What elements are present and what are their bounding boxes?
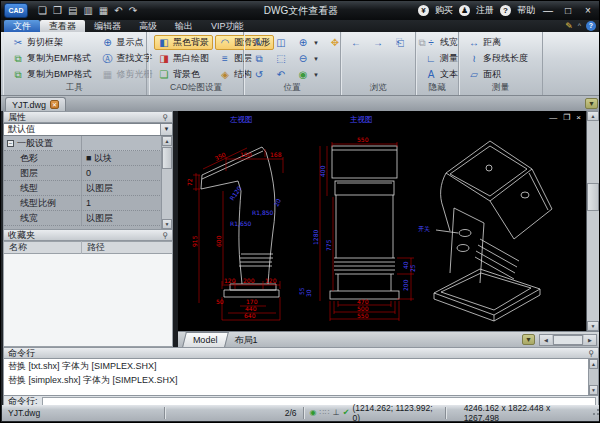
scroll-up-icon[interactable]: ▲ — [162, 136, 172, 146]
ribbon-button-多段线长度[interactable]: ≀多段线长度 — [464, 51, 538, 66]
mdi-minimize-icon[interactable]: — — [549, 113, 557, 122]
ribbon-button-复制为BMP格式[interactable]: ⧉复制为BMP格式 — [8, 67, 96, 82]
grid-icon[interactable]: ∷∷ — [320, 408, 330, 418]
property-row[interactable]: 线宽以图层 — [4, 211, 172, 226]
scroll-up-icon[interactable]: ▲ — [587, 111, 599, 121]
show-points-icon: ⊕ — [102, 37, 114, 48]
print-icon[interactable]: ▦ — [99, 3, 108, 18]
new-file-icon[interactable]: ❏ — [38, 3, 47, 18]
mdi-close-icon[interactable]: × — [576, 113, 581, 122]
property-row[interactable]: 图层0 — [4, 166, 172, 181]
collapse-minus-icon[interactable]: − — [7, 140, 14, 147]
ribbon-button-黑白绘图[interactable]: ◨黑白绘图 — [154, 51, 213, 66]
canvas-horizontal-scrollbar[interactable]: ◀ ▶ — [539, 334, 597, 346]
ribbon-button-复制为EMF格式[interactable]: ⧉复制为EMF格式 — [8, 51, 96, 66]
zoom-window-icon[interactable]: ◫ — [271, 35, 291, 50]
zoom-in-icon[interactable]: ⊕▼ — [293, 35, 323, 50]
menu-tab-输出[interactable]: 输出 — [166, 20, 202, 32]
menu-tab-高级[interactable]: 高级 — [130, 20, 166, 32]
titlebar-right: ¥ 购买 ♟ 注册 ? 帮助 — □ × — [418, 3, 600, 18]
pin-icon[interactable]: ⚲ — [162, 231, 168, 240]
property-row[interactable]: 线型比例1 — [4, 196, 172, 211]
resize-grip[interactable] — [590, 408, 600, 418]
zoom-extents-icon[interactable]: ⬚ — [271, 51, 291, 66]
drawing-canvas[interactable]: 左视图主视图15016835072R12020R1,850R1,65091560… — [178, 111, 599, 331]
draft-check-icon[interactable]: ✔ — [343, 408, 350, 418]
ribbon-button-距离[interactable]: ↔距离 — [464, 35, 538, 50]
scroll-down-icon[interactable]: ▼ — [587, 321, 599, 331]
scroll-thumb[interactable] — [162, 147, 172, 169]
edit-pencil-icon[interactable]: ✎ — [565, 20, 573, 32]
property-preset-dropdown[interactable]: 默认值 ▼ — [3, 123, 173, 136]
ribbon-button-背景色[interactable]: ❏背景色 — [154, 67, 213, 82]
menu-tab-VIP功能[interactable]: VIP功能 — [202, 20, 253, 32]
ribbon-button-文本[interactable]: A文本 — [421, 67, 462, 82]
property-scrollbar[interactable]: ▲ ▼ — [161, 136, 172, 229]
menu-tab-编辑器[interactable]: 编辑器 — [85, 20, 130, 32]
minimize-button[interactable]: — — [541, 3, 555, 18]
cad-logo[interactable]: CAD — [4, 3, 28, 18]
document-tab[interactable]: YJT.dwg ✕ — [5, 97, 66, 111]
scroll-left-icon[interactable]: ◀ — [540, 335, 552, 345]
collapse-ribbon-icon[interactable]: ^ — [578, 20, 581, 32]
buy-button[interactable]: 购买 — [435, 4, 453, 17]
ribbon-button-测量[interactable]: ∟测量 — [421, 51, 462, 66]
close-document-icon[interactable]: ✕ — [50, 100, 59, 109]
scroll-down-icon[interactable]: ▼ — [589, 385, 598, 395]
command-log[interactable]: 替换 [txt.shx] 字体为 [SIMPLEX.SHX]替换 [simple… — [3, 359, 599, 396]
property-row[interactable]: 线型以图层 — [4, 181, 172, 196]
forward-icon[interactable]: → — [368, 35, 388, 50]
undo-icon[interactable]: ↶ — [114, 3, 122, 18]
rotate-view-icon[interactable]: ↻ — [249, 35, 269, 50]
property-group-row[interactable]: − 一般设置 — [4, 136, 172, 151]
ribbon-button-查找文字[interactable]: Ⓐ查找文字 — [98, 51, 157, 66]
doctab-overflow-chevron-icon[interactable]: ▼ — [585, 98, 598, 109]
zoom-dynamic-icon[interactable]: ◉▼ — [293, 67, 323, 82]
ribbon-button-面积[interactable]: ▱面积 — [464, 67, 538, 82]
register-button[interactable]: 注册 — [476, 4, 494, 17]
command-scrollbar[interactable]: ▲ ▼ — [588, 359, 598, 395]
ribbon-button-黑色背景[interactable]: ◧黑色背景 — [154, 35, 213, 50]
pin-icon[interactable]: ⚲ — [162, 113, 168, 122]
favorites-path-column[interactable]: 路径 — [82, 241, 105, 254]
chevron-down-icon[interactable]: ▼ — [313, 40, 319, 46]
menu-tab-查看器[interactable]: 查看器 — [40, 20, 85, 32]
ribbon-button-剪切框架[interactable]: ✂剪切框架 — [8, 35, 96, 50]
chevron-down-icon[interactable]: ▼ — [160, 124, 172, 135]
scroll-up-icon[interactable]: ▲ — [589, 359, 598, 369]
scroll-right-icon[interactable]: ▶ — [584, 335, 596, 345]
pin-icon[interactable]: ⚲ — [588, 349, 594, 358]
orbit-icon[interactable]: ↺ — [249, 67, 269, 82]
ribbon-button-显示点[interactable]: ⊕显示点 — [98, 35, 157, 50]
favorites-name-column[interactable]: 名称 — [4, 241, 82, 254]
maximize-button[interactable]: □ — [561, 3, 575, 18]
chevron-down-icon[interactable]: ▼ — [313, 56, 319, 62]
back-icon[interactable]: ← — [346, 35, 366, 50]
mdi-restore-icon[interactable]: ❐ — [563, 113, 570, 122]
favorites-list[interactable] — [3, 254, 173, 347]
close-button[interactable]: × — [581, 3, 595, 18]
menu-tab-文件[interactable]: 文件 — [4, 20, 40, 32]
zoom-out-icon[interactable]: ⊖▼ — [293, 51, 323, 66]
help-button[interactable]: 帮助 — [517, 4, 535, 17]
viewtab-chevron-icon[interactable]: ▼ — [522, 334, 535, 345]
save-as-icon[interactable]: ▥ — [83, 3, 92, 18]
goto-page-icon[interactable]: ⎗ — [390, 35, 410, 50]
open-file-icon[interactable]: ❐ — [53, 3, 62, 18]
scroll-down-icon[interactable]: ▼ — [162, 219, 172, 229]
redo-icon[interactable]: ↷ — [129, 3, 137, 18]
canvas-vertical-scrollbar[interactable]: ▲ ▼ — [586, 111, 599, 331]
layout1-tab[interactable]: 布局1 — [227, 333, 266, 347]
save-icon[interactable]: ▤ — [68, 3, 77, 18]
chevron-down-icon[interactable]: ▼ — [313, 72, 319, 78]
copy-view-icon[interactable]: ⧉ — [249, 51, 269, 66]
zoom-previous-icon[interactable]: ↶ — [271, 67, 291, 82]
ribbon-button-线宽[interactable]: ÷线宽 — [421, 35, 462, 50]
scroll-thumb[interactable] — [587, 183, 599, 211]
quick-help-icon[interactable]: ? — [586, 21, 596, 31]
scroll-thumb[interactable] — [553, 335, 583, 345]
model-tab[interactable]: Model — [182, 332, 228, 347]
osnap-icon[interactable]: ◉ — [310, 408, 317, 418]
ortho-icon[interactable]: ⊥ — [333, 408, 340, 418]
property-row[interactable]: 色彩■ 以块 — [4, 151, 172, 166]
